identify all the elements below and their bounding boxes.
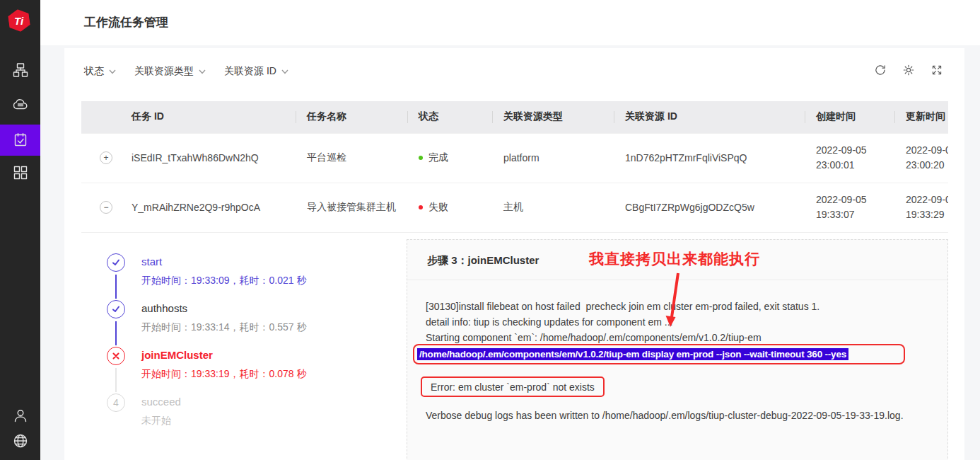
status-dot-success bbox=[419, 156, 423, 160]
filter-resource-id[interactable]: 关联资源 ID bbox=[224, 65, 288, 78]
step-detail-text: 未开始 bbox=[141, 415, 171, 427]
sitemap-icon bbox=[12, 62, 29, 79]
log-line: detail info: tiup is checking updates fo… bbox=[426, 316, 672, 328]
col-created: 创建时间 bbox=[805, 101, 894, 133]
step-detail-text: 开始时间：19:33:14，耗时：0.557 秒 bbox=[141, 321, 306, 334]
timeline-connector bbox=[115, 321, 117, 345]
filter-status-label: 状态 bbox=[84, 65, 104, 78]
grid-icon bbox=[12, 164, 29, 181]
step-name: succeed bbox=[141, 396, 181, 408]
expand-row-button[interactable]: + bbox=[100, 151, 112, 164]
content-card: 状态 关联资源类型 关联资源 ID bbox=[64, 48, 964, 460]
step-detail-text: 开始时间：19:33:19，耗时：0.078 秒 bbox=[141, 368, 306, 381]
error-message-box: Error: em cluster `em-prod` not exists bbox=[421, 376, 605, 397]
task-table: 任务 ID 任务名称 状态 关联资源类型 关联资源 ID 创建时间 更新时间 +… bbox=[81, 101, 948, 233]
tidb-logo-icon: Ti bbox=[6, 8, 32, 33]
timeline-connector bbox=[115, 275, 117, 299]
cell-task-id: Y_mRAihZRNe2Q9-r9hpOcA bbox=[120, 183, 296, 232]
cell-resource-type: 主机 bbox=[492, 183, 614, 232]
col-task-id: 任务 ID bbox=[120, 101, 296, 133]
timeline-step-joinemcluster: joinEMCluster 开始时间：19:33:19，耗时：0.078 秒 bbox=[107, 345, 404, 392]
col-task-name: 任务名称 bbox=[296, 101, 407, 133]
table-row: − Y_mRAihZRNe2Q9-r9hpOcA 导入被接管集群主机 失败 主机… bbox=[81, 183, 948, 232]
cell-task-name: 平台巡检 bbox=[296, 133, 407, 183]
step-success-icon bbox=[107, 300, 125, 318]
cell-created: 2022-09-05 19:33:07 bbox=[805, 183, 894, 232]
top-bar: 工作流任务管理 bbox=[40, 0, 980, 45]
refresh-button[interactable] bbox=[874, 64, 887, 76]
status-dot-failed bbox=[419, 205, 423, 209]
sidebar-item-apps[interactable] bbox=[0, 157, 40, 188]
step-success-icon bbox=[107, 253, 125, 272]
step-timeline: start 开始时间：19:33:09，耗时：0.021 秒 authhosts… bbox=[107, 252, 404, 439]
verbose-log-line: Verbose debug logs has been written to /… bbox=[426, 410, 904, 421]
red-arrow-icon bbox=[661, 270, 689, 335]
step-failed-icon bbox=[107, 347, 125, 365]
cloud-icon bbox=[12, 96, 29, 113]
filter-status[interactable]: 状态 bbox=[84, 65, 116, 78]
chevron-down-icon bbox=[109, 69, 116, 74]
col-status: 状态 bbox=[407, 101, 492, 133]
filter-resource-type-label: 关联资源类型 bbox=[134, 65, 194, 78]
task-check-icon bbox=[12, 132, 29, 149]
step-number-badge: 4 bbox=[107, 393, 125, 412]
fullscreen-button[interactable] bbox=[931, 64, 943, 76]
col-resource-type: 关联资源类型 bbox=[492, 101, 614, 133]
cell-task-id: iSEdIR_tTxahWh86DwN2hQ bbox=[120, 133, 296, 183]
log-line: [30130]install filebeat on host failed p… bbox=[426, 301, 819, 312]
chevron-down-icon bbox=[199, 69, 206, 74]
collapse-row-button[interactable]: − bbox=[100, 201, 112, 214]
sidebar-item-settings-partial[interactable] bbox=[0, 453, 40, 460]
step-detail-text: 开始时间：19:33:09，耗时：0.021 秒 bbox=[141, 275, 306, 287]
chevron-down-icon bbox=[281, 69, 288, 74]
page-title: 工作流任务管理 bbox=[84, 0, 168, 45]
timeline-step-start: start 开始时间：19:33:09，耗时：0.021 秒 bbox=[107, 252, 404, 299]
step-name: start bbox=[141, 255, 162, 268]
col-expand bbox=[81, 101, 120, 133]
error-message: Error: em cluster `em-prod` not exists bbox=[431, 381, 595, 393]
timeline-connector bbox=[115, 368, 117, 392]
cell-resource-id: 1nD762pHTZmrFqliViSPqQ bbox=[614, 133, 805, 183]
highlighted-command-box: /home/hadoop/.em/components/em/v1.0.2/ti… bbox=[413, 344, 905, 364]
highlighted-command: /home/hadoop/.em/components/em/v1.0.2/ti… bbox=[417, 348, 848, 360]
gear-icon bbox=[902, 64, 915, 76]
filter-resource-id-label: 关联资源 ID bbox=[224, 65, 276, 78]
filter-bar: 状态 关联资源类型 关联资源 ID bbox=[84, 65, 288, 78]
cell-created: 2022-09-05 23:00:01 bbox=[805, 133, 894, 183]
globe-icon bbox=[12, 432, 29, 449]
app-logo[interactable]: Ti bbox=[8, 9, 32, 33]
settings-button[interactable] bbox=[902, 64, 915, 76]
col-updated: 更新时间 bbox=[894, 101, 948, 133]
step-name: authhosts bbox=[141, 302, 187, 314]
step-name: joinEMCluster bbox=[141, 349, 213, 361]
sidebar: Ti bbox=[0, 0, 40, 460]
timeline-step-succeed: 4 succeed 未开始 bbox=[107, 392, 404, 439]
cell-status: 完成 bbox=[407, 133, 492, 183]
filter-resource-type[interactable]: 关联资源类型 bbox=[134, 65, 206, 78]
user-icon bbox=[12, 407, 29, 424]
fullscreen-icon bbox=[931, 64, 943, 76]
cell-updated: 2022-09-05 19:33:29 bbox=[894, 183, 948, 232]
timeline-step-authhosts: authhosts 开始时间：19:33:14，耗时：0.557 秒 bbox=[107, 299, 404, 345]
cell-resource-type: platform bbox=[492, 133, 614, 183]
sidebar-item-tasks-active[interactable] bbox=[0, 125, 40, 156]
cell-resource-id: CBgFtI7ZRpWg6jgODZcQ5w bbox=[614, 183, 805, 232]
log-line: Starting component `em`: /home/hadoop/.e… bbox=[426, 332, 762, 343]
sidebar-item-cloud[interactable] bbox=[0, 89, 40, 120]
table-toolbar bbox=[874, 64, 943, 76]
table-header-row: 任务 ID 任务名称 状态 关联资源类型 关联资源 ID 创建时间 更新时间 bbox=[81, 101, 948, 133]
red-annotation-text: 我直接拷贝出来都能执行 bbox=[589, 249, 760, 269]
cell-task-name: 导入被接管集群主机 bbox=[296, 183, 407, 232]
cell-updated: 2022-09-05 23:00:20 bbox=[894, 133, 948, 183]
table-row: + iSEdIR_tTxahWh86DwN2hQ 平台巡检 完成 platfor… bbox=[81, 133, 948, 183]
sidebar-item-cluster[interactable] bbox=[0, 54, 40, 86]
cell-status: 失败 bbox=[407, 183, 492, 232]
col-resource-id: 关联资源 ID bbox=[614, 101, 805, 133]
refresh-icon bbox=[874, 64, 887, 76]
sidebar-item-language[interactable] bbox=[0, 425, 40, 456]
